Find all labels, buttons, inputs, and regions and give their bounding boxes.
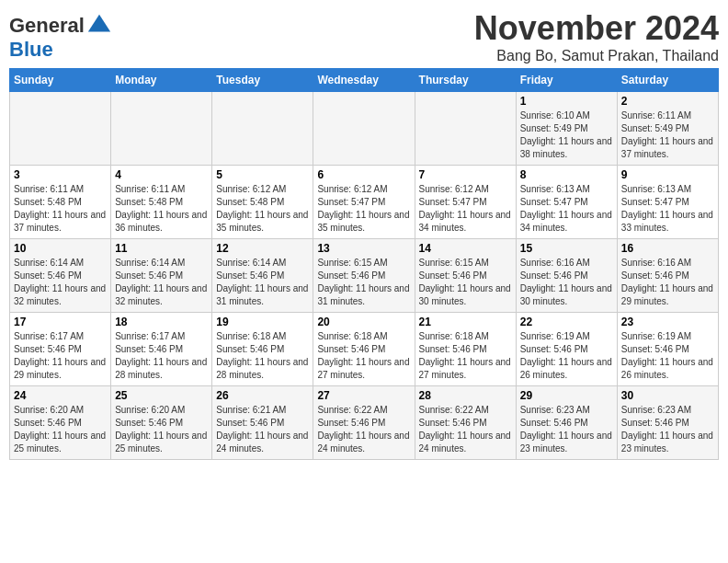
calendar-cell: 1Sunrise: 6:10 AM Sunset: 5:49 PM Daylig… (516, 92, 617, 166)
weekday-header: Wednesday (313, 69, 415, 92)
day-info: Sunrise: 6:13 AM Sunset: 5:47 PM Dayligh… (520, 183, 613, 235)
weekday-header: Saturday (617, 69, 718, 92)
day-number: 24 (14, 389, 107, 402)
calendar-cell: 7Sunrise: 6:12 AM Sunset: 5:47 PM Daylig… (415, 166, 516, 239)
day-info: Sunrise: 6:21 AM Sunset: 5:46 PM Dayligh… (216, 404, 309, 455)
calendar-week-row: 17Sunrise: 6:17 AM Sunset: 5:46 PM Dayli… (10, 313, 719, 386)
day-info: Sunrise: 6:19 AM Sunset: 5:46 PM Dayligh… (520, 330, 613, 382)
calendar-cell: 27Sunrise: 6:22 AM Sunset: 5:46 PM Dayli… (313, 386, 415, 460)
day-info: Sunrise: 6:13 AM Sunset: 5:47 PM Dayligh… (621, 183, 714, 235)
calendar-cell: 6Sunrise: 6:12 AM Sunset: 5:47 PM Daylig… (313, 166, 415, 239)
day-number: 6 (317, 168, 410, 181)
calendar-cell: 21Sunrise: 6:18 AM Sunset: 5:46 PM Dayli… (415, 313, 516, 386)
logo-icon (86, 13, 112, 39)
weekday-header: Friday (516, 69, 617, 92)
calendar-cell: 4Sunrise: 6:11 AM Sunset: 5:48 PM Daylig… (111, 166, 212, 239)
day-info: Sunrise: 6:17 AM Sunset: 5:46 PM Dayligh… (14, 330, 107, 382)
day-number: 28 (419, 389, 512, 402)
day-info: Sunrise: 6:12 AM Sunset: 5:47 PM Dayligh… (419, 183, 512, 235)
day-number: 7 (419, 168, 512, 181)
day-info: Sunrise: 6:11 AM Sunset: 5:49 PM Dayligh… (621, 109, 714, 161)
day-number: 21 (419, 316, 512, 328)
day-number: 14 (419, 242, 512, 255)
calendar-cell: 9Sunrise: 6:13 AM Sunset: 5:47 PM Daylig… (617, 166, 718, 239)
logo-blue: Blue (9, 38, 53, 61)
calendar-cell: 12Sunrise: 6:14 AM Sunset: 5:46 PM Dayli… (212, 239, 313, 313)
calendar-cell: 19Sunrise: 6:18 AM Sunset: 5:46 PM Dayli… (212, 313, 313, 386)
calendar-cell: 15Sunrise: 6:16 AM Sunset: 5:46 PM Dayli… (516, 239, 617, 313)
day-info: Sunrise: 6:20 AM Sunset: 5:46 PM Dayligh… (115, 404, 208, 455)
calendar-cell: 13Sunrise: 6:15 AM Sunset: 5:46 PM Dayli… (313, 239, 415, 313)
day-info: Sunrise: 6:12 AM Sunset: 5:48 PM Dayligh… (216, 183, 309, 235)
day-number: 13 (317, 242, 410, 255)
day-number: 12 (216, 242, 309, 255)
day-info: Sunrise: 6:18 AM Sunset: 5:46 PM Dayligh… (216, 330, 309, 382)
calendar-cell: 29Sunrise: 6:23 AM Sunset: 5:46 PM Dayli… (516, 386, 617, 460)
day-info: Sunrise: 6:16 AM Sunset: 5:46 PM Dayligh… (520, 257, 613, 308)
calendar-cell (10, 92, 111, 166)
day-info: Sunrise: 6:23 AM Sunset: 5:46 PM Dayligh… (621, 404, 714, 455)
month-title: November 2024 (474, 9, 719, 48)
location-title: Bang Bo, Samut Prakan, Thailand (474, 48, 719, 64)
calendar-cell: 18Sunrise: 6:17 AM Sunset: 5:46 PM Dayli… (111, 313, 212, 386)
day-info: Sunrise: 6:15 AM Sunset: 5:46 PM Dayligh… (317, 257, 410, 308)
calendar-cell: 8Sunrise: 6:13 AM Sunset: 5:47 PM Daylig… (516, 166, 617, 239)
logo-text: General (9, 15, 85, 37)
day-info: Sunrise: 6:14 AM Sunset: 5:46 PM Dayligh… (14, 257, 107, 308)
calendar-cell: 24Sunrise: 6:20 AM Sunset: 5:46 PM Dayli… (10, 386, 111, 460)
day-number: 15 (520, 242, 613, 255)
day-number: 18 (115, 316, 208, 328)
day-number: 8 (520, 168, 613, 181)
day-number: 20 (317, 316, 410, 328)
calendar-cell: 5Sunrise: 6:12 AM Sunset: 5:48 PM Daylig… (212, 166, 313, 239)
calendar-cell: 22Sunrise: 6:19 AM Sunset: 5:46 PM Dayli… (516, 313, 617, 386)
day-number: 30 (621, 389, 714, 402)
day-info: Sunrise: 6:16 AM Sunset: 5:46 PM Dayligh… (621, 257, 714, 308)
day-info: Sunrise: 6:22 AM Sunset: 5:46 PM Dayligh… (317, 404, 410, 455)
day-number: 22 (520, 316, 613, 328)
calendar-cell (313, 92, 415, 166)
day-number: 26 (216, 389, 309, 402)
day-number: 19 (216, 316, 309, 328)
day-info: Sunrise: 6:11 AM Sunset: 5:48 PM Dayligh… (115, 183, 208, 235)
day-info: Sunrise: 6:12 AM Sunset: 5:47 PM Dayligh… (317, 183, 410, 235)
calendar-cell: 28Sunrise: 6:22 AM Sunset: 5:46 PM Dayli… (415, 386, 516, 460)
calendar-cell: 26Sunrise: 6:21 AM Sunset: 5:46 PM Dayli… (212, 386, 313, 460)
day-info: Sunrise: 6:18 AM Sunset: 5:46 PM Dayligh… (419, 330, 512, 382)
calendar-week-row: 1Sunrise: 6:10 AM Sunset: 5:49 PM Daylig… (10, 92, 719, 166)
weekday-header: Thursday (415, 69, 516, 92)
day-info: Sunrise: 6:10 AM Sunset: 5:49 PM Dayligh… (520, 109, 613, 161)
day-number: 27 (317, 389, 410, 402)
day-number: 4 (115, 168, 208, 181)
calendar-table: SundayMondayTuesdayWednesdayThursdayFrid… (9, 68, 719, 460)
day-number: 2 (621, 95, 714, 108)
day-info: Sunrise: 6:15 AM Sunset: 5:46 PM Dayligh… (419, 257, 512, 308)
day-info: Sunrise: 6:18 AM Sunset: 5:46 PM Dayligh… (317, 330, 410, 382)
calendar-cell: 23Sunrise: 6:19 AM Sunset: 5:46 PM Dayli… (617, 313, 718, 386)
day-number: 17 (14, 316, 107, 328)
calendar-cell (111, 92, 212, 166)
day-number: 10 (14, 242, 107, 255)
calendar-cell (415, 92, 516, 166)
calendar-week-row: 24Sunrise: 6:20 AM Sunset: 5:46 PM Dayli… (10, 386, 719, 460)
calendar-cell: 17Sunrise: 6:17 AM Sunset: 5:46 PM Dayli… (10, 313, 111, 386)
day-number: 25 (115, 389, 208, 402)
calendar-cell: 11Sunrise: 6:14 AM Sunset: 5:46 PM Dayli… (111, 239, 212, 313)
day-info: Sunrise: 6:20 AM Sunset: 5:46 PM Dayligh… (14, 404, 107, 455)
calendar-cell: 30Sunrise: 6:23 AM Sunset: 5:46 PM Dayli… (617, 386, 718, 460)
calendar-cell (212, 92, 313, 166)
day-info: Sunrise: 6:11 AM Sunset: 5:48 PM Dayligh… (14, 183, 107, 235)
day-number: 11 (115, 242, 208, 255)
logo-general: General (9, 14, 85, 37)
day-info: Sunrise: 6:22 AM Sunset: 5:46 PM Dayligh… (419, 404, 512, 455)
calendar-cell: 10Sunrise: 6:14 AM Sunset: 5:46 PM Dayli… (10, 239, 111, 313)
header: General Blue November 2024 Bang Bo, Samu… (9, 9, 719, 64)
calendar-cell: 3Sunrise: 6:11 AM Sunset: 5:48 PM Daylig… (10, 166, 111, 239)
day-number: 29 (520, 389, 613, 402)
weekday-header: Sunday (10, 69, 111, 92)
weekday-header: Tuesday (212, 69, 313, 92)
calendar-week-row: 10Sunrise: 6:14 AM Sunset: 5:46 PM Dayli… (10, 239, 719, 313)
day-number: 16 (621, 242, 714, 255)
calendar-cell: 25Sunrise: 6:20 AM Sunset: 5:46 PM Dayli… (111, 386, 212, 460)
title-section: November 2024 Bang Bo, Samut Prakan, Tha… (474, 9, 719, 64)
